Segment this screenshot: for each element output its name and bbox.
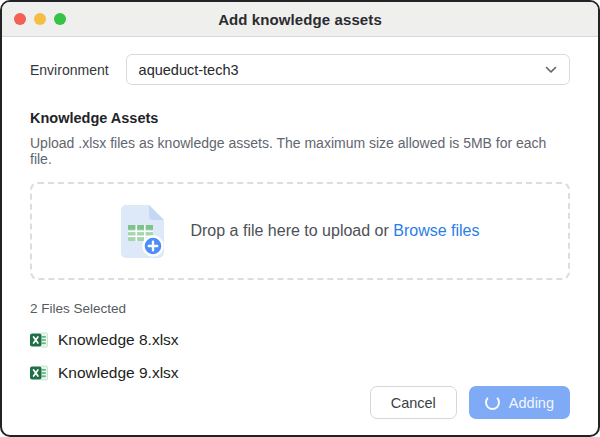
dialog-footer: Cancel Adding <box>370 386 570 419</box>
adding-button[interactable]: Adding <box>469 386 570 419</box>
cancel-button[interactable]: Cancel <box>370 386 457 419</box>
dialog-content: Environment aqueduct-tech3 Knowledge Ass… <box>2 54 598 382</box>
close-window-button[interactable] <box>14 13 26 25</box>
environment-select[interactable]: aqueduct-tech3 <box>126 54 570 85</box>
dropzone-prompt: Drop a file here to upload or <box>190 222 393 239</box>
add-knowledge-assets-dialog: Add knowledge assets Environment aqueduc… <box>0 0 600 437</box>
file-name: Knowledge 8.xlsx <box>58 331 179 349</box>
title-bar: Add knowledge assets <box>2 2 598 37</box>
knowledge-assets-heading: Knowledge Assets <box>30 110 570 126</box>
knowledge-assets-description: Upload .xlsx files as knowledge assets. … <box>30 135 570 167</box>
spreadsheet-add-icon <box>120 204 166 259</box>
environment-label: Environment <box>30 62 109 78</box>
adding-button-label: Adding <box>509 395 554 411</box>
zoom-window-button[interactable] <box>54 13 66 25</box>
file-row: Knowledge 8.xlsx <box>30 331 570 349</box>
files-selected-count: 2 Files Selected <box>30 301 570 316</box>
browse-files-link[interactable]: Browse files <box>393 222 479 239</box>
excel-file-icon <box>30 365 48 381</box>
file-row: Knowledge 9.xlsx <box>30 364 570 382</box>
dialog-title: Add knowledge assets <box>218 11 382 28</box>
traffic-lights <box>14 2 66 36</box>
minimize-window-button[interactable] <box>34 13 46 25</box>
environment-selected-value: aqueduct-tech3 <box>139 62 239 78</box>
dropzone-text: Drop a file here to upload or Browse fil… <box>190 222 479 240</box>
file-name: Knowledge 9.xlsx <box>58 364 179 382</box>
file-dropzone[interactable]: Drop a file here to upload or Browse fil… <box>30 182 570 280</box>
loading-spinner-icon <box>485 395 500 410</box>
excel-file-icon <box>30 332 48 348</box>
environment-row: Environment aqueduct-tech3 <box>30 54 570 85</box>
chevron-down-icon <box>545 66 557 74</box>
